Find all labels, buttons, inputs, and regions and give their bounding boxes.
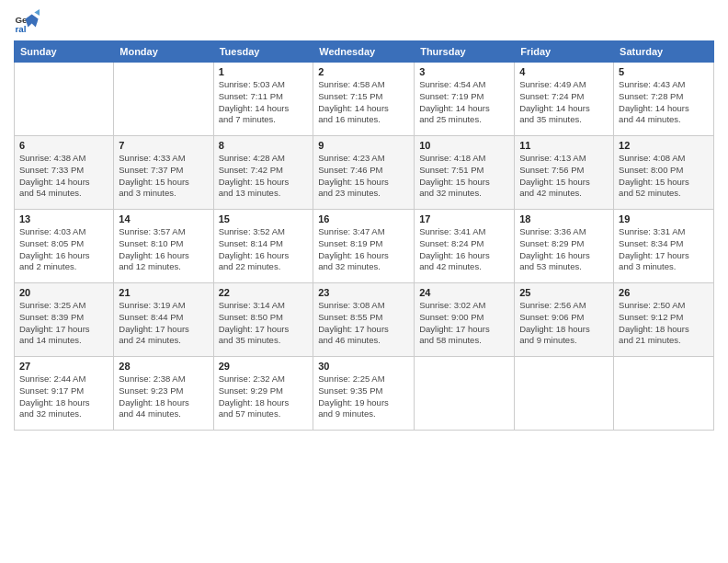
- day-number: 19: [619, 213, 709, 224]
- calendar-cell: 1Sunrise: 5:03 AM Sunset: 7:11 PM Daylig…: [213, 63, 313, 136]
- calendar-cell: 4Sunrise: 4:49 AM Sunset: 7:24 PM Daylig…: [515, 63, 614, 136]
- calendar-cell: 10Sunrise: 4:18 AM Sunset: 7:51 PM Dayli…: [415, 136, 515, 210]
- calendar-cell: 7Sunrise: 4:33 AM Sunset: 7:37 PM Daylig…: [114, 136, 213, 210]
- page: Gene ral SundayMondayTuesdayWednesdayThu…: [0, 0, 728, 563]
- day-info: Sunrise: 4:28 AM Sunset: 7:42 PM Dayligh…: [219, 153, 309, 200]
- day-info: Sunrise: 3:31 AM Sunset: 8:34 PM Dayligh…: [619, 226, 709, 273]
- calendar-cell: 24Sunrise: 3:02 AM Sunset: 9:00 PM Dayli…: [415, 283, 515, 357]
- day-number: 18: [519, 213, 609, 224]
- svg-text:ral: ral: [15, 24, 26, 34]
- calendar-week-row: 1Sunrise: 5:03 AM Sunset: 7:11 PM Daylig…: [15, 63, 714, 136]
- day-info: Sunrise: 4:43 AM Sunset: 7:28 PM Dayligh…: [619, 79, 709, 126]
- calendar-header-sunday: Sunday: [15, 41, 114, 63]
- day-number: 20: [19, 287, 108, 298]
- day-number: 8: [219, 140, 309, 151]
- calendar-cell: 15Sunrise: 3:52 AM Sunset: 8:14 PM Dayli…: [213, 210, 313, 283]
- calendar-cell: 22Sunrise: 3:14 AM Sunset: 8:50 PM Dayli…: [213, 283, 313, 357]
- day-number: 13: [19, 213, 108, 224]
- day-info: Sunrise: 5:03 AM Sunset: 7:11 PM Dayligh…: [219, 79, 309, 126]
- day-info: Sunrise: 3:52 AM Sunset: 8:14 PM Dayligh…: [219, 226, 309, 273]
- day-number: 27: [19, 361, 108, 372]
- calendar-cell: 13Sunrise: 4:03 AM Sunset: 8:05 PM Dayli…: [15, 210, 114, 283]
- calendar-cell: 9Sunrise: 4:23 AM Sunset: 7:46 PM Daylig…: [313, 136, 415, 210]
- day-info: Sunrise: 4:18 AM Sunset: 7:51 PM Dayligh…: [419, 153, 509, 200]
- calendar-cell: 19Sunrise: 3:31 AM Sunset: 8:34 PM Dayli…: [614, 210, 714, 283]
- calendar-cell: 26Sunrise: 2:50 AM Sunset: 9:12 PM Dayli…: [614, 283, 714, 357]
- calendar-cell: 17Sunrise: 3:41 AM Sunset: 8:24 PM Dayli…: [415, 210, 515, 283]
- calendar-header-tuesday: Tuesday: [213, 41, 313, 63]
- day-info: Sunrise: 2:38 AM Sunset: 9:23 PM Dayligh…: [119, 373, 208, 420]
- day-info: Sunrise: 3:57 AM Sunset: 8:10 PM Dayligh…: [119, 226, 208, 273]
- day-number: 10: [419, 140, 509, 151]
- day-number: 29: [219, 361, 309, 372]
- day-info: Sunrise: 3:19 AM Sunset: 8:44 PM Dayligh…: [119, 300, 208, 347]
- day-number: 25: [519, 287, 609, 298]
- day-info: Sunrise: 4:58 AM Sunset: 7:15 PM Dayligh…: [318, 79, 409, 126]
- calendar-cell: 28Sunrise: 2:38 AM Sunset: 9:23 PM Dayli…: [114, 357, 213, 431]
- calendar-cell: [15, 63, 114, 136]
- day-number: 1: [219, 66, 309, 77]
- calendar-header-wednesday: Wednesday: [313, 41, 415, 63]
- logo-icon: Gene ral: [14, 9, 40, 35]
- day-number: 17: [419, 213, 509, 224]
- calendar-cell: 29Sunrise: 2:32 AM Sunset: 9:29 PM Dayli…: [213, 357, 313, 431]
- day-info: Sunrise: 2:56 AM Sunset: 9:06 PM Dayligh…: [519, 300, 609, 347]
- day-number: 23: [318, 287, 409, 298]
- calendar-cell: 11Sunrise: 4:13 AM Sunset: 7:56 PM Dayli…: [515, 136, 614, 210]
- calendar-header-saturday: Saturday: [614, 41, 714, 63]
- day-info: Sunrise: 3:02 AM Sunset: 9:00 PM Dayligh…: [419, 300, 509, 347]
- calendar-cell: 2Sunrise: 4:58 AM Sunset: 7:15 PM Daylig…: [313, 63, 415, 136]
- day-number: 16: [318, 213, 409, 224]
- day-info: Sunrise: 4:03 AM Sunset: 8:05 PM Dayligh…: [19, 226, 108, 273]
- day-info: Sunrise: 4:38 AM Sunset: 7:33 PM Dayligh…: [19, 153, 108, 200]
- calendar-cell: 16Sunrise: 3:47 AM Sunset: 8:19 PM Dayli…: [313, 210, 415, 283]
- logo: Gene ral: [14, 9, 41, 35]
- day-number: 11: [519, 140, 609, 151]
- day-info: Sunrise: 2:32 AM Sunset: 9:29 PM Dayligh…: [219, 373, 309, 420]
- day-number: 28: [119, 361, 208, 372]
- day-number: 9: [318, 140, 409, 151]
- calendar-cell: 30Sunrise: 2:25 AM Sunset: 9:35 PM Dayli…: [313, 357, 415, 431]
- day-info: Sunrise: 3:36 AM Sunset: 8:29 PM Dayligh…: [519, 226, 609, 273]
- calendar-week-row: 13Sunrise: 4:03 AM Sunset: 8:05 PM Dayli…: [15, 210, 714, 283]
- calendar-cell: 8Sunrise: 4:28 AM Sunset: 7:42 PM Daylig…: [213, 136, 313, 210]
- day-info: Sunrise: 3:47 AM Sunset: 8:19 PM Dayligh…: [318, 226, 409, 273]
- calendar-cell: 12Sunrise: 4:08 AM Sunset: 8:00 PM Dayli…: [614, 136, 714, 210]
- day-info: Sunrise: 4:33 AM Sunset: 7:37 PM Dayligh…: [119, 153, 208, 200]
- calendar-cell: 6Sunrise: 4:38 AM Sunset: 7:33 PM Daylig…: [15, 136, 114, 210]
- calendar-cell: 3Sunrise: 4:54 AM Sunset: 7:19 PM Daylig…: [415, 63, 515, 136]
- day-number: 21: [119, 287, 208, 298]
- calendar-header-friday: Friday: [515, 41, 614, 63]
- day-info: Sunrise: 3:14 AM Sunset: 8:50 PM Dayligh…: [219, 300, 309, 347]
- calendar-cell: 5Sunrise: 4:43 AM Sunset: 7:28 PM Daylig…: [614, 63, 714, 136]
- day-info: Sunrise: 3:41 AM Sunset: 8:24 PM Dayligh…: [419, 226, 509, 273]
- day-number: 14: [119, 213, 208, 224]
- day-number: 5: [619, 66, 709, 77]
- calendar-week-row: 20Sunrise: 3:25 AM Sunset: 8:39 PM Dayli…: [15, 283, 714, 357]
- calendar-cell: 23Sunrise: 3:08 AM Sunset: 8:55 PM Dayli…: [313, 283, 415, 357]
- calendar-cell: [415, 357, 515, 431]
- day-info: Sunrise: 2:50 AM Sunset: 9:12 PM Dayligh…: [619, 300, 709, 347]
- calendar-cell: [114, 63, 213, 136]
- day-number: 6: [19, 140, 108, 151]
- calendar-cell: 14Sunrise: 3:57 AM Sunset: 8:10 PM Dayli…: [114, 210, 213, 283]
- calendar-cell: [515, 357, 614, 431]
- day-info: Sunrise: 3:25 AM Sunset: 8:39 PM Dayligh…: [19, 300, 108, 347]
- day-number: 7: [119, 140, 208, 151]
- day-number: 22: [219, 287, 309, 298]
- day-info: Sunrise: 4:08 AM Sunset: 8:00 PM Dayligh…: [619, 153, 709, 200]
- calendar-cell: 25Sunrise: 2:56 AM Sunset: 9:06 PM Dayli…: [515, 283, 614, 357]
- day-info: Sunrise: 4:54 AM Sunset: 7:19 PM Dayligh…: [419, 79, 509, 126]
- calendar-cell: 21Sunrise: 3:19 AM Sunset: 8:44 PM Dayli…: [114, 283, 213, 357]
- calendar-cell: 18Sunrise: 3:36 AM Sunset: 8:29 PM Dayli…: [515, 210, 614, 283]
- day-info: Sunrise: 2:44 AM Sunset: 9:17 PM Dayligh…: [19, 373, 108, 420]
- calendar-header-row: SundayMondayTuesdayWednesdayThursdayFrid…: [15, 41, 714, 63]
- calendar-cell: 27Sunrise: 2:44 AM Sunset: 9:17 PM Dayli…: [15, 357, 114, 431]
- day-number: 12: [619, 140, 709, 151]
- day-number: 30: [318, 361, 409, 372]
- header: Gene ral: [14, 9, 714, 35]
- day-number: 15: [219, 213, 309, 224]
- day-number: 4: [519, 66, 609, 77]
- day-info: Sunrise: 2:25 AM Sunset: 9:35 PM Dayligh…: [318, 373, 409, 420]
- day-info: Sunrise: 4:23 AM Sunset: 7:46 PM Dayligh…: [318, 153, 409, 200]
